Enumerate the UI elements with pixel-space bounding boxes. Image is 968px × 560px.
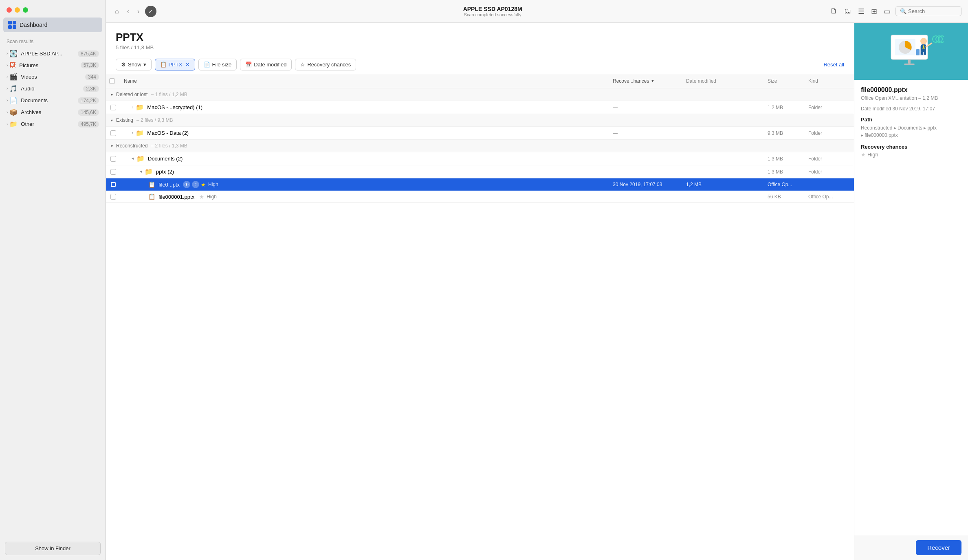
bottom-bar: Recover bbox=[854, 535, 968, 560]
row-checkbox[interactable] bbox=[110, 105, 116, 110]
recovery-star-icon: ★ bbox=[861, 152, 866, 158]
sidebar-item-label: Other bbox=[21, 121, 78, 127]
expand-icon[interactable]: ▾ bbox=[131, 158, 135, 160]
sidebar-item-documents[interactable]: › 📄 Documents 174,2K bbox=[0, 94, 106, 106]
show-in-finder-button[interactable]: Show in Finder bbox=[5, 542, 101, 555]
row-date-cell bbox=[683, 169, 764, 174]
header-name-label: Name bbox=[124, 78, 137, 84]
file-name: MacOS - Data (2) bbox=[147, 130, 189, 136]
row-date-cell bbox=[683, 131, 764, 136]
sidebar-item-count: 2,3K bbox=[83, 86, 99, 92]
table-row-selected[interactable]: 📋 file0...ptx 👁 # ★ High 30 Nov 2019, 17… bbox=[106, 178, 854, 191]
header-date: Date modified bbox=[683, 77, 764, 86]
svg-rect-14 bbox=[908, 59, 911, 64]
hash-icon[interactable]: # bbox=[192, 181, 199, 188]
row-kind-cell: Folder bbox=[805, 128, 854, 138]
forward-button[interactable]: › bbox=[135, 6, 142, 17]
list-view-button[interactable]: ☰ bbox=[856, 5, 866, 18]
file-view-button[interactable]: 🗋 bbox=[829, 5, 839, 17]
row-checkbox[interactable] bbox=[110, 130, 116, 136]
group-header-existing[interactable]: ▾ Existing – 2 files / 9,3 MB bbox=[106, 114, 854, 127]
folder-view-button[interactable]: 🗂 bbox=[843, 5, 853, 17]
close-traffic-light[interactable] bbox=[7, 7, 12, 13]
sidebar-item-videos[interactable]: › 🎬 Videos 344 bbox=[0, 71, 106, 83]
sidebar-item-other[interactable]: › 📁 Other 495,7K bbox=[0, 118, 106, 130]
table-row[interactable]: › 📁 MacOS -...ecrypted) (1) — 1,2 MB Fol… bbox=[106, 101, 854, 114]
main-content: ⌂ ‹ › ✓ APPLE SSD AP0128M Scan completed… bbox=[106, 0, 968, 560]
group-header-reconstructed[interactable]: ▾ Reconstructed – 2 files / 1,3 MB bbox=[106, 140, 854, 152]
recovery-high-label-2: High bbox=[207, 194, 217, 200]
star-icon: ★ bbox=[201, 182, 206, 188]
page-header: PPTX 5 files / 11,8 MB bbox=[106, 23, 854, 55]
table-row[interactable]: › 📁 MacOS - Data (2) — 9,3 MB Folder bbox=[106, 127, 854, 140]
sidebar-item-label: Documents bbox=[21, 97, 78, 103]
date-modified-filter-button[interactable]: 📅 Date modified bbox=[240, 59, 292, 70]
grid-view-button[interactable]: ⊞ bbox=[869, 5, 879, 18]
close-filter-icon[interactable]: ✕ bbox=[185, 61, 190, 68]
expand-icon[interactable]: › bbox=[132, 131, 133, 135]
expand-icon[interactable]: ▾ bbox=[139, 171, 143, 173]
recovery-chances-label: Recovery chances bbox=[307, 61, 351, 68]
expand-icon[interactable]: › bbox=[132, 105, 133, 110]
recovery-chances-filter-button[interactable]: ☆ Recovery chances bbox=[295, 59, 356, 70]
search-bar[interactable]: 🔍 bbox=[895, 6, 961, 16]
row-date-cell bbox=[683, 156, 764, 161]
minimize-traffic-light[interactable] bbox=[15, 7, 20, 13]
content-area: PPTX 5 files / 11,8 MB ⚙ Show ▾ 📋 PPTX ✕… bbox=[106, 23, 968, 560]
audio-icon: 🎵 bbox=[9, 85, 18, 92]
header-checkbox-cell bbox=[106, 77, 121, 86]
search-input[interactable] bbox=[908, 8, 957, 14]
row-kind-cell: Folder bbox=[805, 167, 854, 177]
select-all-checkbox[interactable] bbox=[109, 78, 115, 84]
preview-recovery-label: Recovery chances bbox=[861, 144, 961, 150]
row-checkbox[interactable] bbox=[110, 169, 116, 175]
dashboard-nav-item[interactable]: Dashboard bbox=[3, 18, 102, 32]
back-button[interactable]: ‹ bbox=[125, 6, 132, 17]
videos-icon: 🎬 bbox=[9, 73, 18, 81]
pictures-icon: 🖼 bbox=[9, 61, 16, 69]
header-name[interactable]: Name bbox=[121, 77, 609, 86]
active-pptx-filter-button[interactable]: 📋 PPTX ✕ bbox=[155, 59, 195, 70]
group-header-deleted[interactable]: ▾ Deleted or lost – 1 files / 1,2 MB bbox=[106, 88, 854, 101]
preview-eye-icon[interactable]: 👁 bbox=[183, 181, 190, 188]
group-chevron-icon: ▾ bbox=[111, 144, 113, 148]
sidebar-item-audio[interactable]: › 🎵 Audio 2,3K bbox=[0, 83, 106, 94]
show-filter-button[interactable]: ⚙ Show ▾ bbox=[116, 59, 152, 70]
row-recovery-cell: — bbox=[609, 102, 683, 113]
chevron-icon: › bbox=[7, 98, 8, 103]
home-button[interactable]: ⌂ bbox=[112, 6, 121, 17]
row-checkbox-checked[interactable] bbox=[110, 182, 116, 187]
sidebar-item-apple-ssd[interactable]: › 💽 APPLE SSD AP... 875,4K bbox=[0, 48, 106, 59]
file-table: Name Recove...hances ▼ Date modified Siz… bbox=[106, 74, 854, 560]
sidebar-item-archives[interactable]: › 📦 Archives 145,6K bbox=[0, 106, 106, 118]
preview-illustration bbox=[879, 29, 944, 74]
filter-icon: ⚙ bbox=[121, 61, 126, 68]
group-chevron-icon: ▾ bbox=[111, 118, 113, 123]
row-checkbox-cell bbox=[106, 102, 121, 113]
chevron-down-icon: ▾ bbox=[143, 61, 146, 68]
reset-all-button[interactable]: Reset all bbox=[823, 61, 844, 68]
table-row[interactable]: ▾ 📁 pptx (2) — 1,3 MB Folder bbox=[106, 165, 854, 178]
row-checkbox[interactable] bbox=[110, 194, 116, 200]
preview-image-area bbox=[854, 23, 968, 80]
search-icon: 🔍 bbox=[900, 8, 906, 14]
sort-icon: ▼ bbox=[651, 79, 654, 83]
group-label-reconstructed: Reconstructed bbox=[116, 143, 147, 149]
maximize-traffic-light[interactable] bbox=[23, 7, 28, 13]
row-checkbox-cell bbox=[106, 167, 121, 177]
recover-button[interactable]: Recover bbox=[916, 540, 961, 555]
toolbar-subtitle: Scan completed successfully bbox=[160, 12, 825, 17]
file-size-filter-button[interactable]: 📄 File size bbox=[198, 59, 237, 70]
sidebar-item-pictures[interactable]: › 🖼 Pictures 57,3K bbox=[0, 59, 106, 71]
header-recovery[interactable]: Recove...hances ▼ bbox=[609, 77, 683, 86]
pptx-filter-icon: 📋 bbox=[160, 61, 167, 68]
row-kind-cell: Office Op... bbox=[764, 179, 805, 190]
group-label-existing: Existing bbox=[116, 117, 133, 123]
toolbar-actions: 🗋 🗂 ☰ ⊞ ▭ 🔍 bbox=[829, 5, 961, 18]
panel-view-button[interactable]: ▭ bbox=[882, 5, 892, 18]
table-row[interactable]: ▾ 📁 Documents (2) — 1,3 MB Folder bbox=[106, 152, 854, 165]
table-row[interactable]: 📋 file000001.pptx ★ High — 56 KB Office … bbox=[106, 191, 854, 203]
row-checkbox[interactable] bbox=[110, 156, 116, 162]
header-date-label: Date modified bbox=[686, 78, 716, 84]
row-kind-cell: Folder bbox=[805, 102, 854, 113]
